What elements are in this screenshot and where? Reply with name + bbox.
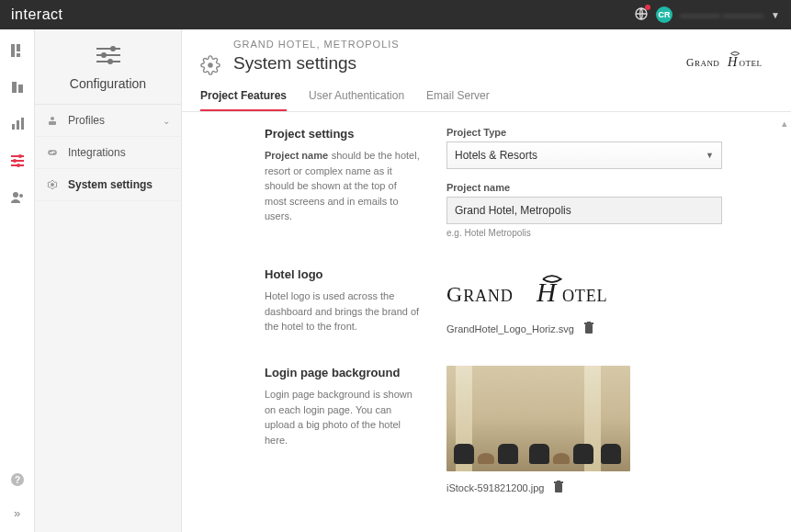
dashboard-icon[interactable] [9,42,26,59]
svg-rect-37 [587,322,591,323]
section-heading: Project settings [265,127,421,141]
field-hint: e.g. Hotel Metropolis [446,228,722,238]
gear-icon [200,55,220,75]
svg-rect-39 [554,481,563,483]
help-icon[interactable]: ? [9,471,26,488]
section-login-background: Login page background Login page backgro… [265,366,754,495]
globe-icon[interactable] [634,6,649,24]
svg-point-15 [13,192,18,198]
section-project-settings: Project settings Project name should be … [265,127,754,238]
project-name-input[interactable]: Grand Hotel, Metropolis [446,197,722,224]
background-preview [446,366,630,471]
svg-text:G: G [686,57,695,69]
svg-rect-2 [17,44,20,51]
svg-point-13 [13,159,17,163]
select-value: Hotels & Resorts [455,149,537,162]
svg-text:?: ? [14,475,19,485]
sidebar-item-label: Profiles [68,114,105,127]
input-value: Grand Hotel, Metropolis [455,204,571,217]
svg-rect-5 [18,85,23,93]
svg-text:OTEL: OTEL [740,59,763,68]
svg-point-16 [19,194,23,198]
main-area: GRAND HOTEL, METROPOLIS System settings … [182,29,791,532]
users-icon[interactable] [9,189,26,206]
delete-background-button[interactable] [553,481,564,495]
svg-text:RAND: RAND [695,59,719,68]
svg-point-22 [110,46,116,51]
svg-text:H: H [727,54,739,69]
desc-text: Login page background is shown on each l… [265,387,421,447]
sliders-icon [96,46,120,64]
icon-rail: ? » [0,29,35,532]
desc-title: Project name [265,150,328,161]
svg-rect-6 [12,124,15,130]
brand-text: interact [11,6,62,23]
building-icon[interactable] [9,79,26,96]
scroll-up-icon[interactable]: ▴ [782,118,787,130]
logo-preview: GRANDHOTEL [446,273,722,312]
config-sidebar: Configuration Profiles ⌄ Integrations Sy… [35,29,182,532]
svg-text:RAND: RAND [463,287,513,305]
svg-point-25 [51,117,54,120]
svg-point-12 [18,154,22,158]
svg-text:G: G [446,282,462,306]
brand-logo: GRANDHOTEL [686,48,769,76]
section-hotel-logo: Hotel logo Hotel logo is used across the… [265,267,754,336]
link-icon [46,146,59,159]
svg-rect-35 [585,324,593,334]
logo-filename: GrandHotel_Logo_Horiz.svg [446,323,574,334]
gear-icon [46,178,59,191]
svg-rect-40 [557,481,560,481]
svg-rect-4 [12,82,17,93]
svg-rect-3 [17,53,20,57]
svg-point-24 [107,59,113,64]
svg-rect-7 [17,120,19,130]
tab-project-features[interactable]: Project Features [200,89,287,111]
profile-icon [46,114,59,127]
config-title: Configuration [42,76,174,91]
tab-user-authentication[interactable]: User Authentication [309,89,404,111]
svg-rect-26 [49,121,56,125]
section-heading: Hotel logo [265,267,421,281]
svg-rect-8 [21,118,24,130]
section-heading: Login page background [265,366,421,379]
topbar: interact CR ———— ———— ▼ [0,0,791,29]
svg-rect-20 [96,54,120,56]
sidebar-item-label: Integrations [68,146,126,159]
settings-sliders-icon[interactable] [9,153,26,169]
user-menu-caret[interactable]: ▼ [771,10,780,20]
background-filename: iStock-591821200.jpg [446,482,544,493]
tabs: Project Features User Authentication Ema… [182,76,791,112]
username: ———— ———— [680,9,763,20]
svg-rect-19 [96,48,120,50]
chart-icon[interactable] [9,116,26,132]
svg-point-14 [17,164,20,167]
content-scroll[interactable]: ▴ Project settings Project name should b… [182,112,791,532]
svg-point-23 [101,52,107,58]
delete-logo-button[interactable] [583,322,594,336]
svg-rect-38 [555,483,562,492]
user-avatar[interactable]: CR [656,6,672,23]
svg-rect-36 [584,323,593,324]
collapse-icon[interactable]: » [9,504,26,521]
project-type-select[interactable]: Hotels & Resorts ▼ [446,141,722,169]
sidebar-item-profiles[interactable]: Profiles ⌄ [35,105,181,137]
breadcrumb: GRAND HOTEL, METROPOLIS [233,39,400,50]
sidebar-item-label: System settings [68,178,153,191]
desc-text: Hotel logo is used across the dashboard … [265,289,421,334]
field-label: Project name [446,182,722,193]
chevron-down-icon: ⌄ [163,116,170,126]
sidebar-item-integrations[interactable]: Integrations [35,137,181,169]
tab-email-server[interactable]: Email Server [426,89,490,111]
sidebar-item-system-settings[interactable]: System settings [35,169,181,201]
caret-down-icon: ▼ [706,151,714,160]
field-label: Project Type [446,127,722,138]
svg-text:OTEL: OTEL [562,287,607,305]
page-title: System settings [233,53,400,74]
svg-rect-1 [11,44,15,57]
